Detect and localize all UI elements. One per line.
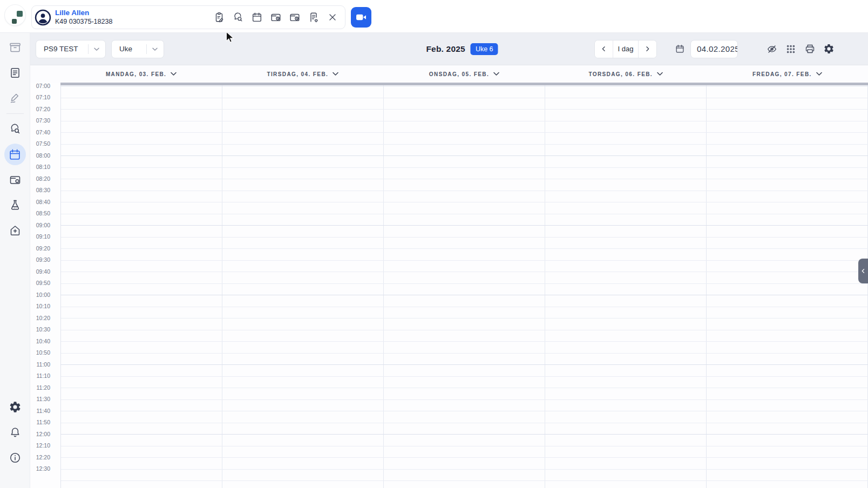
prev-week-button[interactable]	[595, 40, 613, 58]
gear-icon[interactable]	[823, 43, 835, 55]
info-icon	[9, 451, 22, 464]
clipboard-edit-icon[interactable]	[213, 11, 225, 24]
sidebar-item-sign[interactable]	[4, 87, 26, 109]
period-indicator: Feb. 2025 Uke 6	[426, 33, 498, 65]
chat-search-icon	[9, 123, 22, 135]
chat-search-icon[interactable]	[232, 11, 244, 24]
side-panel-toggle[interactable]	[858, 259, 868, 283]
grid-line	[61, 283, 868, 284]
grid-line	[61, 179, 868, 179]
time-label: 08:40	[30, 199, 55, 206]
time-label: 08:20	[30, 175, 55, 182]
grid-line	[61, 353, 868, 354]
day-header-label: TIRSDAG, 04. FEB.	[267, 71, 328, 77]
chevron-down-icon	[493, 72, 499, 76]
grid-line	[61, 446, 868, 446]
next-week-button[interactable]	[639, 40, 656, 58]
grid-dots-icon[interactable]	[785, 43, 797, 55]
grid-line	[61, 202, 868, 202]
datepicker-calendar-icon[interactable]	[675, 44, 685, 54]
grid-line	[61, 330, 868, 330]
today-button[interactable]: I dag	[613, 40, 639, 58]
grid-line	[61, 225, 868, 226]
chevron-right-icon	[643, 45, 652, 53]
week-badge: Uke 6	[471, 43, 498, 55]
grid-line	[61, 480, 868, 481]
sidebar-item-archive[interactable]	[4, 37, 26, 58]
view-select[interactable]: Uke	[111, 40, 164, 58]
calendar-icon[interactable]	[250, 11, 263, 24]
time-label: 07:10	[30, 94, 55, 101]
sidebar-item-billing[interactable]	[4, 169, 26, 191]
time-label: 11:40	[30, 408, 55, 415]
grid-line	[61, 167, 868, 168]
day-header[interactable]: ONSDAG, 05. FEB.	[383, 65, 545, 83]
sidebar-item-settings[interactable]	[4, 396, 26, 418]
time-label: 08:30	[30, 187, 55, 194]
day-header[interactable]: TORSDAG, 06. FEB.	[545, 65, 707, 83]
day-column[interactable]	[545, 85, 707, 488]
sidebar-item-calendar[interactable]	[4, 144, 26, 165]
day-column[interactable]	[222, 85, 384, 488]
grid-line	[61, 411, 868, 411]
day-header[interactable]: TIRSDAG, 04. FEB.	[222, 65, 383, 83]
time-label: 09:00	[30, 222, 55, 229]
time-label: 09:30	[30, 256, 55, 263]
app: Lille Allen K49 030375-18238	[0, 0, 868, 488]
archive-icon	[9, 41, 22, 54]
date-input[interactable]	[690, 40, 738, 58]
sidebar-item-notes[interactable]	[4, 62, 26, 84]
sidebar-item-notifications[interactable]	[4, 422, 26, 443]
time-label: 12:00	[30, 431, 55, 438]
sidebar	[0, 33, 30, 488]
day-header[interactable]: MANDAG, 03. FEB.	[60, 65, 222, 83]
bell-icon	[9, 426, 22, 439]
sidebar-item-messages[interactable]	[4, 118, 26, 140]
wallet-clock-icon[interactable]	[288, 11, 301, 24]
day-header-cells: MANDAG, 03. FEB. TIRSDAG, 04. FEB. ONSDA…	[60, 65, 868, 83]
calendar-select[interactable]: PS9 TEST	[36, 40, 106, 58]
grid-line	[61, 155, 868, 156]
sidebar-item-clinic[interactable]	[4, 220, 26, 241]
grid-line	[61, 132, 868, 133]
printer-icon[interactable]	[804, 43, 816, 55]
chevron-down-icon	[333, 72, 338, 76]
eye-off-icon[interactable]	[766, 43, 778, 55]
grid-line	[61, 121, 868, 121]
close-icon[interactable]	[326, 11, 338, 24]
day-header-label: MANDAG, 03. FEB.	[106, 71, 166, 77]
day-column[interactable]	[61, 85, 222, 488]
time-label: 09:40	[30, 268, 55, 275]
video-call-button[interactable]	[351, 7, 371, 28]
time-label: 07:40	[30, 129, 55, 136]
patient-meta: Lille Allen K49 030375-18238	[55, 9, 112, 25]
sidebar-divider	[6, 113, 24, 114]
patient-banner[interactable]: Lille Allen K49 030375-18238	[31, 5, 345, 29]
time-label: 07:00	[30, 83, 55, 90]
app-logo[interactable]	[4, 4, 26, 26]
calendar-select-value: PS9 TEST	[44, 45, 78, 53]
time-label: 11:50	[30, 419, 55, 426]
sidebar-item-info[interactable]	[4, 447, 26, 469]
month-label: Feb. 2025	[426, 44, 465, 54]
calendar-grid[interactable]: 07:0007:1007:2007:3007:4007:5008:0008:10…	[30, 83, 868, 488]
sidebar-item-lab[interactable]	[4, 194, 26, 216]
time-label: 12:30	[30, 465, 55, 472]
time-label: 12:10	[30, 442, 55, 449]
grid-line	[61, 109, 868, 110]
wallet-clock-icon[interactable]	[269, 11, 282, 24]
day-header[interactable]: FREDAG, 07. FEB.	[707, 65, 868, 83]
select-divider	[146, 44, 147, 54]
day-column[interactable]	[707, 85, 868, 488]
time-label: 07:50	[30, 140, 55, 147]
day-column[interactable]	[384, 85, 545, 488]
document-heart-icon[interactable]	[307, 11, 320, 24]
grid-line	[61, 364, 868, 365]
grid-line	[61, 295, 868, 295]
time-label: 10:20	[30, 315, 55, 322]
grid-line	[61, 191, 868, 191]
patient-avatar-icon	[35, 9, 51, 26]
time-label: 10:10	[30, 303, 55, 310]
patient-name-link[interactable]: Lille Allen	[55, 9, 112, 17]
time-label: 11:20	[30, 384, 55, 391]
